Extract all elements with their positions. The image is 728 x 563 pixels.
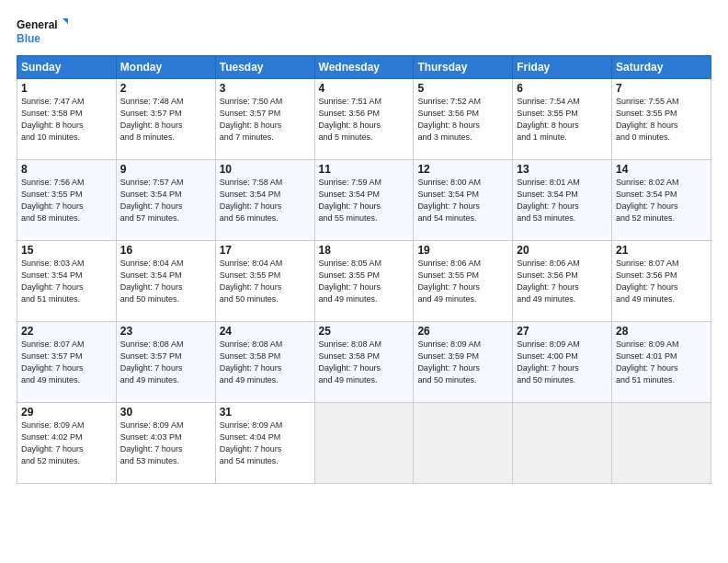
day-number: 26	[417, 325, 508, 338]
calendar-cell: 22Sunrise: 8:07 AM Sunset: 3:57 PM Dayli…	[17, 322, 117, 403]
calendar-cell: 24Sunrise: 8:08 AM Sunset: 3:58 PM Dayli…	[215, 322, 314, 403]
day-number: 8	[21, 163, 112, 176]
day-info: Sunrise: 7:50 AM Sunset: 3:57 PM Dayligh…	[220, 96, 311, 144]
col-friday: Friday	[513, 56, 612, 79]
day-number: 6	[517, 82, 608, 95]
day-info: Sunrise: 8:09 AM Sunset: 4:02 PM Dayligh…	[21, 419, 112, 467]
calendar-cell: 7Sunrise: 7:55 AM Sunset: 3:55 PM Daylig…	[612, 79, 711, 160]
day-info: Sunrise: 7:55 AM Sunset: 3:55 PM Dayligh…	[616, 96, 707, 144]
day-info: Sunrise: 7:59 AM Sunset: 3:54 PM Dayligh…	[319, 177, 410, 224]
week-row-4: 22Sunrise: 8:07 AM Sunset: 3:57 PM Dayli…	[17, 322, 711, 403]
calendar: SundayMondayTuesdayWednesdayThursdayFrid…	[17, 55, 711, 484]
col-saturday: Saturday	[612, 56, 711, 79]
svg-text:General: General	[17, 18, 58, 31]
calendar-cell: 29Sunrise: 8:09 AM Sunset: 4:02 PM Dayli…	[17, 403, 117, 484]
calendar-cell: 27Sunrise: 8:09 AM Sunset: 4:00 PM Dayli…	[513, 322, 612, 403]
day-number: 4	[319, 82, 410, 95]
calendar-cell: 20Sunrise: 8:06 AM Sunset: 3:56 PM Dayli…	[513, 241, 612, 322]
calendar-header-row: SundayMondayTuesdayWednesdayThursdayFrid…	[17, 56, 711, 79]
calendar-cell: 2Sunrise: 7:48 AM Sunset: 3:57 PM Daylig…	[116, 79, 215, 160]
calendar-cell: 6Sunrise: 7:54 AM Sunset: 3:55 PM Daylig…	[513, 79, 612, 160]
day-number: 19	[417, 244, 508, 257]
logo: General Blue	[17, 17, 68, 50]
day-number: 5	[417, 82, 508, 95]
calendar-cell: 30Sunrise: 8:09 AM Sunset: 4:03 PM Dayli…	[116, 403, 215, 484]
col-thursday: Thursday	[414, 56, 513, 79]
day-number: 3	[220, 82, 311, 95]
calendar-cell: 26Sunrise: 8:09 AM Sunset: 3:59 PM Dayli…	[414, 322, 513, 403]
day-number: 29	[21, 406, 112, 419]
day-info: Sunrise: 8:06 AM Sunset: 3:56 PM Dayligh…	[517, 258, 608, 305]
day-number: 22	[21, 325, 112, 338]
day-info: Sunrise: 8:08 AM Sunset: 3:58 PM Dayligh…	[220, 339, 311, 386]
svg-text:Blue: Blue	[17, 32, 40, 45]
day-info: Sunrise: 8:04 AM Sunset: 3:55 PM Dayligh…	[220, 258, 311, 305]
day-number: 21	[616, 244, 707, 257]
calendar-cell	[414, 403, 513, 484]
day-number: 17	[220, 244, 311, 257]
calendar-cell: 31Sunrise: 8:09 AM Sunset: 4:04 PM Dayli…	[215, 403, 314, 484]
day-info: Sunrise: 8:07 AM Sunset: 3:57 PM Dayligh…	[21, 339, 112, 386]
day-number: 30	[120, 406, 211, 419]
day-info: Sunrise: 8:04 AM Sunset: 3:54 PM Dayligh…	[120, 258, 211, 305]
day-info: Sunrise: 8:06 AM Sunset: 3:55 PM Dayligh…	[417, 258, 508, 305]
day-number: 10	[220, 163, 311, 176]
day-info: Sunrise: 7:47 AM Sunset: 3:58 PM Dayligh…	[21, 96, 112, 144]
day-info: Sunrise: 8:09 AM Sunset: 3:59 PM Dayligh…	[417, 339, 508, 386]
day-info: Sunrise: 8:01 AM Sunset: 3:54 PM Dayligh…	[517, 177, 608, 224]
calendar-cell: 28Sunrise: 8:09 AM Sunset: 4:01 PM Dayli…	[612, 322, 711, 403]
day-number: 13	[517, 163, 608, 176]
calendar-cell: 16Sunrise: 8:04 AM Sunset: 3:54 PM Dayli…	[116, 241, 215, 322]
day-number: 9	[120, 163, 211, 176]
calendar-cell: 10Sunrise: 7:58 AM Sunset: 3:54 PM Dayli…	[215, 160, 314, 241]
day-info: Sunrise: 8:05 AM Sunset: 3:55 PM Dayligh…	[319, 258, 410, 305]
calendar-cell: 23Sunrise: 8:08 AM Sunset: 3:57 PM Dayli…	[116, 322, 215, 403]
day-info: Sunrise: 7:58 AM Sunset: 3:54 PM Dayligh…	[220, 177, 311, 224]
header: General Blue	[17, 17, 711, 50]
calendar-cell: 8Sunrise: 7:56 AM Sunset: 3:55 PM Daylig…	[17, 160, 117, 241]
day-number: 1	[21, 82, 112, 95]
calendar-cell: 13Sunrise: 8:01 AM Sunset: 3:54 PM Dayli…	[513, 160, 612, 241]
day-info: Sunrise: 8:00 AM Sunset: 3:54 PM Dayligh…	[417, 177, 508, 224]
day-info: Sunrise: 7:56 AM Sunset: 3:55 PM Dayligh…	[21, 177, 112, 224]
col-sunday: Sunday	[17, 56, 117, 79]
page: General Blue SundayMondayTuesdayWednesda…	[0, 0, 728, 563]
day-number: 27	[517, 325, 608, 338]
calendar-cell: 18Sunrise: 8:05 AM Sunset: 3:55 PM Dayli…	[314, 241, 414, 322]
day-number: 11	[319, 163, 410, 176]
day-number: 24	[220, 325, 311, 338]
day-number: 20	[517, 244, 608, 257]
day-info: Sunrise: 8:09 AM Sunset: 4:01 PM Dayligh…	[616, 339, 707, 386]
calendar-cell: 21Sunrise: 8:07 AM Sunset: 3:56 PM Dayli…	[612, 241, 711, 322]
day-info: Sunrise: 8:09 AM Sunset: 4:04 PM Dayligh…	[220, 419, 311, 467]
col-monday: Monday	[116, 56, 215, 79]
logo-svg: General Blue	[17, 17, 68, 50]
week-row-2: 8Sunrise: 7:56 AM Sunset: 3:55 PM Daylig…	[17, 160, 711, 241]
day-info: Sunrise: 8:09 AM Sunset: 4:00 PM Dayligh…	[517, 339, 608, 386]
svg-marker-2	[63, 18, 68, 24]
week-row-5: 29Sunrise: 8:09 AM Sunset: 4:02 PM Dayli…	[17, 403, 711, 484]
calendar-cell: 5Sunrise: 7:52 AM Sunset: 3:56 PM Daylig…	[414, 79, 513, 160]
col-wednesday: Wednesday	[314, 56, 414, 79]
calendar-cell: 3Sunrise: 7:50 AM Sunset: 3:57 PM Daylig…	[215, 79, 314, 160]
calendar-body: 1Sunrise: 7:47 AM Sunset: 3:58 PM Daylig…	[17, 79, 711, 484]
day-info: Sunrise: 8:03 AM Sunset: 3:54 PM Dayligh…	[21, 258, 112, 305]
day-info: Sunrise: 8:09 AM Sunset: 4:03 PM Dayligh…	[120, 419, 211, 467]
day-number: 23	[120, 325, 211, 338]
day-info: Sunrise: 7:57 AM Sunset: 3:54 PM Dayligh…	[120, 177, 211, 224]
calendar-cell: 9Sunrise: 7:57 AM Sunset: 3:54 PM Daylig…	[116, 160, 215, 241]
day-number: 15	[21, 244, 112, 257]
day-info: Sunrise: 7:48 AM Sunset: 3:57 PM Dayligh…	[120, 96, 211, 144]
calendar-cell: 15Sunrise: 8:03 AM Sunset: 3:54 PM Dayli…	[17, 241, 117, 322]
day-number: 12	[417, 163, 508, 176]
day-info: Sunrise: 8:08 AM Sunset: 3:58 PM Dayligh…	[319, 339, 410, 386]
day-number: 18	[319, 244, 410, 257]
day-info: Sunrise: 8:02 AM Sunset: 3:54 PM Dayligh…	[616, 177, 707, 224]
calendar-cell: 11Sunrise: 7:59 AM Sunset: 3:54 PM Dayli…	[314, 160, 414, 241]
day-number: 14	[616, 163, 707, 176]
day-number: 16	[120, 244, 211, 257]
calendar-cell: 4Sunrise: 7:51 AM Sunset: 3:56 PM Daylig…	[314, 79, 414, 160]
calendar-cell: 19Sunrise: 8:06 AM Sunset: 3:55 PM Dayli…	[414, 241, 513, 322]
calendar-cell	[314, 403, 414, 484]
day-info: Sunrise: 7:52 AM Sunset: 3:56 PM Dayligh…	[417, 96, 508, 144]
